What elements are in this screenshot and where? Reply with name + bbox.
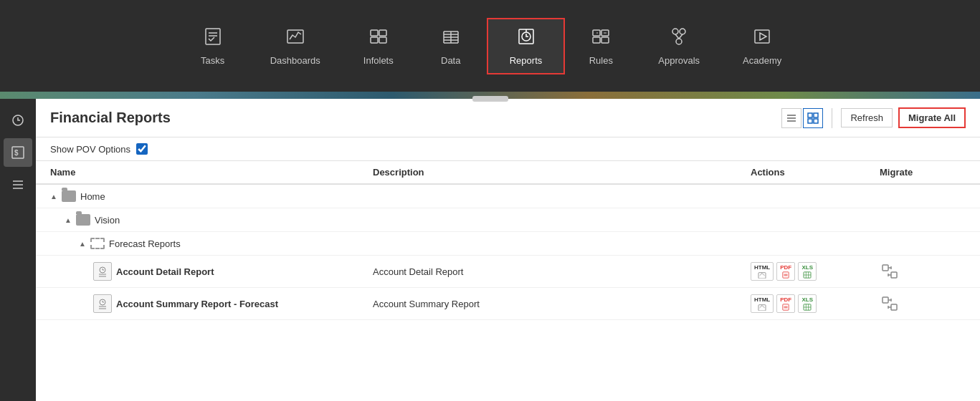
table-row: ▲ Home	[36, 185, 980, 208]
table-row: Account Summary Report - Forecast Accoun…	[36, 288, 980, 320]
svg-rect-42	[808, 119, 812, 123]
expand-icon-vision[interactable]: ▲	[65, 216, 72, 224]
infolets-icon	[368, 26, 389, 49]
header-divider	[832, 108, 832, 128]
main-content: Financial Reports	[36, 99, 980, 401]
nav-items: Tasks Dashboards Infolets	[177, 18, 804, 74]
nav-item-reports[interactable]: Reports	[487, 18, 566, 74]
row-label-account-summary: Account Summary Report - Forecast	[116, 299, 278, 309]
migrate-all-button[interactable]: Migrate All	[898, 107, 966, 128]
pdf-action-button[interactable]: PDF	[776, 262, 795, 281]
data-label: Data	[441, 55, 460, 66]
top-navigation: Tasks Dashboards Infolets	[0, 0, 980, 92]
migrate-icon-account-detail[interactable]	[880, 261, 900, 281]
expand-icon-forecast[interactable]: ▲	[79, 240, 86, 248]
svg-rect-58	[891, 272, 897, 278]
approvals-label: Approvals	[658, 55, 700, 66]
svg-rect-55	[883, 265, 888, 271]
row-label-forecast-reports: Forecast Reports	[109, 238, 181, 249]
folder-icon-vision	[76, 214, 90, 226]
pdf-action-button-summary[interactable]: PDF	[776, 294, 795, 313]
svg-rect-20	[593, 37, 600, 43]
svg-rect-43	[814, 119, 818, 123]
pov-label: Show POV Options	[50, 144, 130, 155]
xls-action-button-summary[interactable]: XLS	[798, 294, 817, 313]
nav-item-approvals[interactable]: Approvals	[637, 18, 721, 74]
table-row: Account Detail Report Account Detail Rep…	[36, 256, 980, 288]
table-row: ▲ Forecast Reports	[36, 232, 980, 256]
nav-item-tasks[interactable]: Tasks	[177, 18, 249, 74]
svg-line-28	[679, 34, 682, 39]
row-label-vision: Vision	[95, 215, 120, 226]
svg-rect-7	[379, 37, 386, 43]
nav-item-infolets[interactable]: Infolets	[342, 18, 415, 74]
report-file-icon-detail	[93, 262, 112, 281]
svg-rect-72	[883, 297, 888, 303]
rules-label: Rules	[589, 55, 613, 66]
page-title: Financial Reports	[50, 110, 781, 126]
table-header: Name Description Actions Migrate	[36, 161, 980, 185]
row-actions-account-summary: HTML PDF	[751, 294, 880, 313]
nav-item-academy[interactable]: Academy	[721, 18, 803, 74]
table-row: ▲ Vision	[36, 208, 980, 232]
nav-item-data[interactable]: Data	[415, 18, 487, 74]
nav-item-rules[interactable]: Rules	[565, 18, 637, 74]
xls-action-button[interactable]: XLS	[798, 262, 817, 281]
row-name-vision: ▲ Vision	[50, 214, 373, 226]
approvals-icon	[669, 26, 689, 49]
list-view-button[interactable]	[781, 108, 801, 128]
col-header-description: Description	[373, 167, 751, 178]
row-desc-account-detail: Account Detail Report	[373, 266, 751, 277]
svg-rect-25	[680, 29, 685, 34]
dashboards-icon	[285, 26, 305, 49]
html-action-button[interactable]: HTML	[751, 262, 774, 281]
folder-icon-home	[62, 190, 76, 202]
expand-icon-home[interactable]: ▲	[50, 193, 57, 200]
col-header-migrate: Migrate	[880, 167, 966, 178]
tasks-icon	[203, 26, 223, 49]
col-header-actions: Actions	[751, 167, 880, 178]
migrate-icon-account-summary[interactable]	[880, 294, 900, 314]
data-icon	[441, 26, 461, 49]
svg-rect-5	[379, 30, 386, 36]
svg-rect-40	[808, 113, 812, 117]
report-file-icon-summary	[93, 294, 112, 313]
pov-checkbox[interactable]	[136, 143, 148, 155]
dashboards-label: Dashboards	[270, 55, 320, 66]
row-label-home: Home	[80, 191, 105, 202]
reports-icon	[516, 26, 536, 49]
svg-rect-21	[601, 37, 609, 43]
svg-rect-48	[783, 272, 789, 278]
view-toggle	[781, 108, 823, 128]
refresh-button[interactable]: Refresh	[841, 108, 893, 127]
svg-rect-65	[783, 304, 789, 310]
tasks-label: Tasks	[201, 55, 224, 66]
sidebar-icon-financial[interactable]: $	[4, 138, 32, 167]
row-name-account-detail: Account Detail Report	[50, 262, 373, 281]
row-label-account-detail: Account Detail Report	[116, 266, 214, 277]
row-name-forecast-reports: ▲ Forecast Reports	[50, 238, 373, 249]
svg-rect-24	[672, 29, 678, 34]
sidebar-icon-list[interactable]	[4, 170, 32, 199]
col-header-name: Name	[50, 167, 373, 178]
academy-label: Academy	[743, 55, 781, 66]
svg-rect-4	[371, 30, 378, 36]
sidebar-icon-reports[interactable]	[4, 106, 32, 135]
pov-options-row: Show POV Options	[36, 137, 980, 161]
svg-marker-30	[760, 33, 766, 40]
nav-item-dashboards[interactable]: Dashboards	[249, 18, 342, 74]
academy-icon	[752, 26, 772, 49]
report-table: ▲ Home ▲ Vision	[36, 185, 980, 401]
infolets-label: Infolets	[363, 55, 394, 66]
grid-view-button[interactable]	[803, 108, 823, 128]
svg-rect-0	[206, 29, 220, 44]
content-header: Financial Reports	[36, 99, 980, 137]
svg-rect-75	[891, 304, 897, 310]
row-name-account-summary: Account Summary Report - Forecast	[50, 294, 373, 313]
svg-rect-26	[676, 39, 682, 44]
main-layout: $ Financial Reports	[0, 99, 980, 401]
html-action-button-summary[interactable]: HTML	[751, 294, 774, 313]
row-actions-account-detail: HTML PDF	[751, 262, 880, 281]
sidebar: $	[0, 99, 36, 401]
svg-line-27	[675, 34, 679, 39]
